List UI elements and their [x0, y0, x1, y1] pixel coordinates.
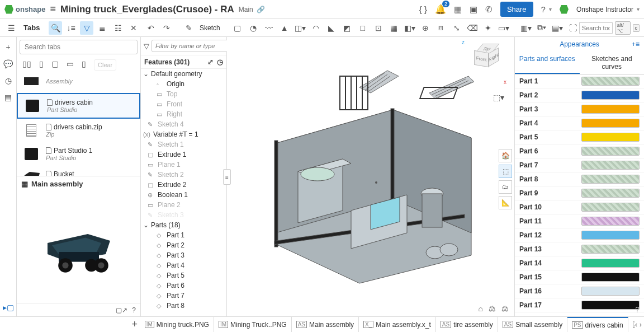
feature-row[interactable]: ◦Origin — [141, 79, 226, 89]
mass-icon[interactable]: ⚖ — [489, 304, 496, 313]
feature-row[interactable]: ▭Front — [141, 99, 226, 109]
swatch[interactable] — [581, 119, 640, 128]
other-icon[interactable]: ▯ — [82, 59, 86, 71]
swatch[interactable] — [581, 175, 640, 184]
feature-row[interactable]: ▢Extrude 1 — [141, 149, 226, 160]
viewset2-icon[interactable]: ⧉▾ — [536, 22, 548, 34]
modify-icon[interactable]: ✦ — [482, 22, 494, 34]
part-row[interactable]: ◇Part 8 — [141, 301, 226, 311]
comments-icon[interactable]: 💬 — [3, 59, 13, 68]
rollback-icon[interactable]: ◷ — [217, 58, 223, 66]
add-feature-icon[interactable]: + — [6, 43, 10, 52]
chamfer-icon[interactable]: ◣ — [325, 22, 338, 34]
revolve-icon[interactable]: ◔ — [247, 22, 259, 34]
swatch[interactable] — [581, 245, 640, 254]
main-assembly-header[interactable]: ▦ Main assembly — [17, 176, 140, 191]
feature-filter-input[interactable] — [151, 40, 237, 52]
add-tab-button[interactable]: + — [129, 319, 140, 330]
image-icon[interactable]: ▢ — [51, 59, 59, 71]
extrude-icon[interactable]: ▢ — [231, 22, 244, 34]
add-appearance-icon[interactable]: +≡ — [632, 40, 640, 48]
swatch[interactable] — [581, 287, 640, 296]
boolean-icon[interactable]: ⊕ — [419, 22, 432, 34]
feature-row[interactable]: ✎Sketch 4 — [141, 119, 226, 129]
swatch[interactable] — [581, 147, 640, 156]
home-view-icon[interactable]: 🏠 — [499, 149, 512, 162]
swatch[interactable] — [581, 203, 640, 212]
loft-icon[interactable]: ▲ — [278, 22, 291, 34]
appearance-row[interactable]: Part 14 — [515, 256, 644, 270]
swatch[interactable] — [581, 259, 640, 268]
measure-icon[interactable]: 📐 — [499, 196, 512, 209]
list-view-icon[interactable]: ≣ — [96, 21, 109, 35]
isometric-icon[interactable]: ⬚ — [499, 165, 512, 178]
history-icon[interactable]: ◷ — [5, 76, 12, 85]
appearance-row[interactable]: Part 16 — [515, 284, 644, 298]
bottom-tab[interactable]: ZIdrivers cabi — [628, 317, 635, 332]
share-button[interactable]: Share — [500, 2, 533, 17]
swatch[interactable] — [581, 105, 640, 114]
menu-icon[interactable]: ≡ — [50, 3, 56, 15]
app-logo[interactable]: onshape — [4, 5, 45, 14]
appearance-row[interactable]: Part 3 — [515, 102, 644, 116]
section-icon[interactable]: 🗂 — [499, 180, 512, 194]
feature-row[interactable]: ▭Top — [141, 89, 226, 99]
sort-icon[interactable]: ↓≡ — [64, 21, 78, 35]
tree-toggle-icon[interactable]: ☰ — [4, 21, 18, 35]
appearance-row[interactable]: Part 6 — [515, 144, 644, 158]
appearance-row[interactable]: Part 5 — [515, 130, 644, 144]
grid-icon[interactable]: ▦ — [454, 4, 462, 15]
panel-handle-icon[interactable]: ≡ — [223, 169, 231, 185]
feature-row[interactable]: ▭Plane 1 — [141, 160, 226, 170]
redo-icon[interactable]: ↷ — [160, 22, 173, 34]
part-row[interactable]: ◇Part 1 — [141, 230, 226, 240]
cube-front[interactable]: Front — [474, 50, 489, 68]
swatch[interactable] — [581, 133, 640, 142]
transform-icon[interactable]: ⤡ — [451, 22, 463, 34]
hole-icon[interactable]: ⊡ — [372, 22, 385, 34]
bottom-tab[interactable]: X_Main assembly.x_t — [359, 317, 436, 332]
swatch[interactable] — [581, 217, 640, 226]
part-row[interactable]: ◇Part 7 — [141, 291, 226, 301]
sketch-label[interactable]: Sketch — [200, 24, 220, 32]
pattern-icon[interactable]: ▦ — [388, 22, 400, 34]
part-row[interactable]: ◇Part 6 — [141, 280, 226, 291]
3d-viewport[interactable]: ≡ — [227, 37, 514, 316]
bottom-tab[interactable]: AStire assembly — [436, 317, 498, 332]
tab-item-drivers-cabin[interactable]: drivers cabin Part Studio — [17, 93, 140, 119]
swatch[interactable] — [581, 301, 640, 310]
swatch[interactable] — [581, 273, 640, 282]
tab-nav-prev-icon[interactable]: ‹ — [635, 321, 637, 329]
feature-row[interactable]: ✎Sketch 3 — [141, 210, 226, 220]
viewset1-icon[interactable]: ▥▾ — [520, 22, 532, 34]
appearance-row[interactable]: Part 1 — [515, 74, 644, 88]
collapse-icon[interactable]: ▸▢ — [3, 303, 14, 312]
tab-item[interactable]: Bucket Part Studio — [17, 166, 140, 176]
user-label[interactable]: Onshape Instructor — [576, 6, 633, 13]
feature-row[interactable]: (x)Variable #T = 1 — [141, 129, 226, 139]
undo-icon[interactable]: ↶ — [145, 22, 157, 34]
info-icon[interactable]: ? — [132, 306, 136, 314]
part-row[interactable]: ◇Part 5 — [141, 270, 226, 280]
support-icon[interactable]: ✆ — [485, 4, 493, 15]
expand-icon[interactable]: ▢↗ — [116, 306, 127, 314]
bottom-tab[interactable]: ASSmall assembly — [498, 317, 567, 332]
draft-icon[interactable]: ◩ — [341, 22, 353, 34]
zoom-select-icon[interactable]: ⛶ — [567, 22, 579, 34]
fillet-icon[interactable]: ◠ — [310, 22, 322, 34]
filter-icon[interactable]: ▽ — [80, 21, 93, 35]
bottom-tab[interactable]: IMMining Truck..PNG — [214, 317, 292, 332]
appearance-row[interactable]: Part 11 — [515, 214, 644, 228]
feature-row[interactable]: ⌄Default geometry — [141, 69, 226, 79]
bottom-tab[interactable]: IMMining truck.PNG — [140, 317, 214, 332]
parts-header[interactable]: ⌄Parts (18) — [141, 220, 226, 230]
viewset3-icon[interactable]: ▤▾ — [551, 22, 564, 34]
appearance-row[interactable]: Part 9 — [515, 186, 644, 200]
part-row[interactable]: ◇Part 2 — [141, 240, 226, 250]
bottom-tab[interactable]: PSdrivers cabin — [567, 317, 628, 332]
tab-parts-surfaces[interactable]: Parts and surfaces — [515, 52, 580, 74]
feature-row[interactable]: ▭Right — [141, 109, 226, 119]
tab-item[interactable]: drivers cabin.zip Zip — [17, 119, 140, 142]
view-cube[interactable]: Top Front Right z x — [465, 44, 504, 83]
swatch[interactable] — [581, 91, 640, 100]
